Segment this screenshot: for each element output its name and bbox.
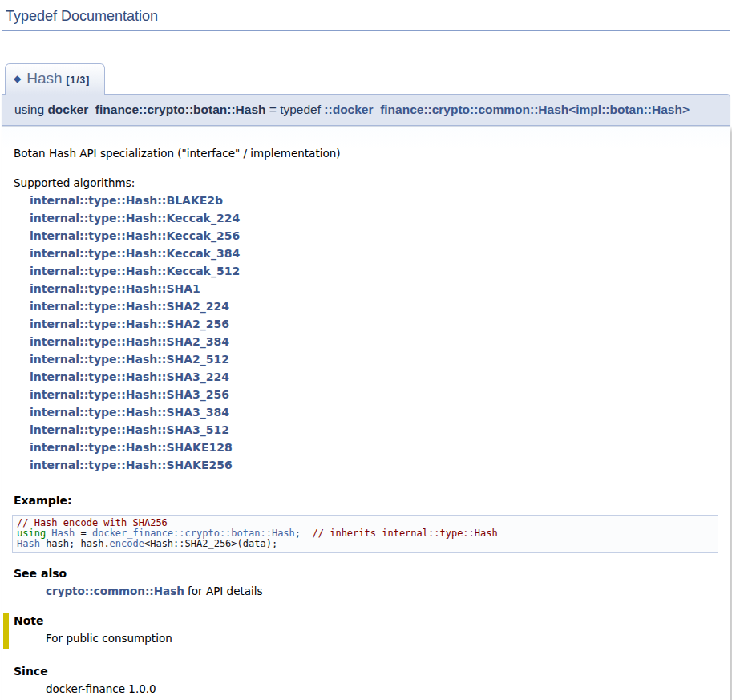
since-text: docker-finance 1.0.0	[46, 681, 718, 697]
see-also-text: for API details	[184, 585, 263, 597]
algorithm-list-item: internal::type::Hash::Keccak_256	[14, 227, 718, 245]
algorithm-link[interactable]: internal::type::Hash::SHA1	[30, 282, 200, 295]
algorithm-link[interactable]: internal::type::Hash::BLAKE2b	[30, 194, 223, 207]
see-also-label: See also	[14, 567, 718, 580]
code-text: =	[75, 528, 92, 539]
algorithm-link[interactable]: internal::type::Hash::SHAKE256	[30, 459, 233, 471]
example-label: Example:	[14, 494, 718, 507]
member-item-hash: ◆Hash[1/3] using docker_finance::crypto:…	[2, 63, 730, 700]
member-documentation: Botan Hash API specialization ("interfac…	[2, 126, 730, 700]
algorithm-list-item: internal::type::Hash::SHA3_256	[14, 386, 718, 403]
member-prototype: using docker_finance::crypto::botan::Has…	[2, 94, 730, 126]
code-link[interactable]: docker_finance::crypto::botan::Hash	[92, 528, 295, 539]
algorithm-link[interactable]: internal::type::Hash::SHAKE128	[30, 441, 233, 454]
algorithm-list-item: internal::type::Hash::SHAKE256	[14, 456, 718, 474]
algorithm-list-item: internal::type::Hash::Keccak_384	[14, 245, 718, 262]
see-also-section: See also crypto::common::Hash for API de…	[14, 567, 718, 599]
code-keyword: using	[17, 528, 46, 539]
algorithm-link[interactable]: internal::type::Hash::SHA3_256	[30, 388, 229, 401]
code-link[interactable]: encode	[110, 538, 144, 549]
algorithm-list-item: internal::type::Hash::SHA1	[14, 280, 718, 297]
algorithm-link[interactable]: internal::type::Hash::SHA2_224	[30, 300, 229, 313]
permalink-diamond-icon[interactable]: ◆	[14, 73, 21, 84]
declaration-type-link[interactable]: ::docker_finance::crypto::common::Hash<i…	[324, 103, 690, 116]
note-label: Note	[14, 614, 718, 627]
algorithm-link[interactable]: internal::type::Hash::SHA3_384	[30, 406, 229, 419]
code-comment: // inherits internal::type::Hash	[313, 528, 498, 539]
typedef-documentation-section: Typedef Documentation ◆Hash[1/3] using d…	[0, 0, 732, 700]
see-also-link[interactable]: crypto::common::Hash	[46, 585, 184, 597]
algorithm-link[interactable]: internal::type::Hash::SHA2_384	[30, 335, 229, 348]
code-link[interactable]: Hash	[17, 538, 40, 549]
algorithm-link[interactable]: internal::type::Hash::Keccak_256	[30, 229, 240, 242]
supported-algorithms-block: Supported algorithms: internal::type::Ha…	[14, 174, 718, 474]
algorithm-list-item: internal::type::Hash::Keccak_224	[14, 209, 718, 227]
algorithm-link[interactable]: internal::type::Hash::Keccak_512	[30, 265, 240, 277]
note-text: For public consumption	[46, 630, 718, 646]
code-fragment: // Hash encode with SHA256using Hash = d…	[12, 515, 718, 553]
code-text: <Hash::SHA2_256>(data);	[144, 538, 277, 549]
algorithm-list-item: internal::type::Hash::Keccak_512	[14, 262, 718, 280]
algorithm-link[interactable]: internal::type::Hash::Keccak_384	[30, 247, 240, 260]
note-section: Note For public consumption	[3, 613, 718, 649]
since-section: Since docker-finance 1.0.0	[14, 665, 718, 697]
algorithm-list-item: internal::type::Hash::SHA2_224	[14, 297, 718, 315]
algorithm-list-item: internal::type::Hash::SHA3_224	[14, 368, 718, 386]
algorithm-list-item: internal::type::Hash::SHA3_384	[14, 403, 718, 421]
see-also-content: crypto::common::Hash for API details	[46, 583, 718, 599]
algorithm-link[interactable]: internal::type::Hash::Keccak_224	[30, 212, 240, 225]
algorithm-list-item: internal::type::Hash::SHA3_512	[14, 421, 718, 439]
algorithm-list-item: internal::type::Hash::SHA2_384	[14, 333, 718, 350]
algorithm-list-item: internal::type::Hash::BLAKE2b	[14, 192, 718, 209]
member-name: Hash	[26, 70, 62, 87]
algorithm-list-item: internal::type::Hash::SHA2_512	[14, 350, 718, 368]
declaration-keyword: using	[14, 103, 47, 116]
algorithm-link[interactable]: internal::type::Hash::SHA3_224	[30, 370, 229, 383]
code-text: ;	[295, 528, 313, 539]
algorithm-link[interactable]: internal::type::Hash::SHA2_256	[30, 318, 229, 330]
code-text: hash; hash.	[40, 538, 110, 549]
code-link[interactable]: Hash	[51, 528, 75, 539]
code-comment: // Hash encode with SHA256	[17, 517, 168, 528]
since-label: Since	[14, 665, 718, 678]
supported-algorithms-label: Supported algorithms:	[14, 174, 718, 192]
member-title-tab: ◆Hash[1/3]	[5, 63, 105, 95]
algorithm-list-item: internal::type::Hash::SHA2_256	[14, 315, 718, 333]
algorithm-link[interactable]: internal::type::Hash::SHA3_512	[30, 423, 229, 436]
brief-description: Botan Hash API specialization ("interfac…	[14, 145, 718, 161]
declaration-separator: = typedef	[266, 103, 325, 116]
algorithm-link[interactable]: internal::type::Hash::SHA2_512	[30, 353, 229, 366]
code-line: Hash hash; hash.encode<Hash::SHA2_256>(d…	[17, 539, 714, 549]
algorithm-list-item: internal::type::Hash::SHAKE128	[14, 439, 718, 456]
member-overload-index: [1/3]	[67, 75, 91, 86]
algorithm-list: internal::type::Hash::BLAKE2binternal::t…	[14, 192, 718, 474]
section-heading: Typedef Documentation	[2, 5, 730, 31]
declaration-name: docker_finance::crypto::botan::Hash	[47, 103, 265, 116]
